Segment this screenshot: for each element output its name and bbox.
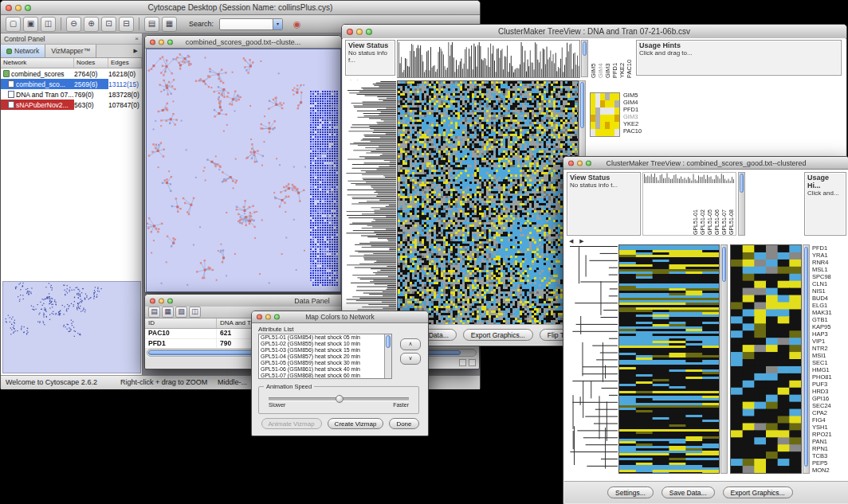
- attribute-list-item[interactable]: GPL51-06 (GSM861) heat shock 40 min: [259, 366, 391, 373]
- zoom-window-icon[interactable]: [586, 160, 591, 166]
- attribute-list-item[interactable]: GPL51-01 (GSM854) heat shock 05 min: [259, 334, 391, 341]
- column-dendrogram-canvas[interactable]: [643, 173, 736, 183]
- close-icon[interactable]: [257, 315, 262, 320]
- gene-label[interactable]: SPC98: [812, 273, 847, 280]
- zoom-selected-icon[interactable]: ⊟: [119, 17, 134, 32]
- slider-thumb[interactable]: [336, 395, 344, 403]
- attribute-list-item[interactable]: GPL51-02 (GSM855) heat shock 10 min: [259, 341, 391, 347]
- delete-attribute-icon[interactable]: ▧: [175, 307, 187, 318]
- vertical-scrollbar[interactable]: [738, 172, 745, 236]
- gene-label[interactable]: ELG1: [812, 302, 847, 309]
- row-dendrogram-canvas[interactable]: [567, 244, 618, 472]
- tab-vizmapper[interactable]: VizMapper™: [45, 45, 96, 57]
- gene-label[interactable]: MON2: [812, 467, 847, 474]
- gene-label[interactable]: BUD4: [812, 295, 847, 302]
- gene-label[interactable]: MSI1: [812, 352, 847, 359]
- zoom-fit-icon[interactable]: ⊡: [101, 17, 116, 32]
- column-header-nodes[interactable]: Nodes: [74, 58, 108, 68]
- gene-label[interactable]: NTR2: [812, 345, 847, 352]
- minimize-icon[interactable]: [159, 298, 164, 303]
- chevron-down-icon[interactable]: ▾: [273, 19, 282, 29]
- close-icon[interactable]: [347, 29, 353, 35]
- dialog-titlebar[interactable]: Map Colors to Network: [252, 311, 428, 323]
- annotation-icon[interactable]: ◉: [293, 19, 301, 29]
- save-session-icon[interactable]: ◫: [41, 17, 56, 32]
- vertical-scrollbar[interactable]: [720, 244, 728, 474]
- column-header-network[interactable]: Network: [1, 58, 74, 68]
- vertical-scrollbar[interactable]: [581, 40, 588, 77]
- network-list-item[interactable]: combined_scores2764(0)16218(0): [1, 68, 142, 79]
- new-session-icon[interactable]: ▢: [6, 17, 21, 32]
- gene-label[interactable]: PEP5: [812, 459, 847, 467]
- scrollbar-thumb[interactable]: [722, 247, 726, 282]
- column-header-id[interactable]: ID: [145, 318, 217, 328]
- network-overview-icon[interactable]: ▦: [162, 17, 177, 32]
- close-icon[interactable]: [150, 298, 155, 303]
- network-canvas[interactable]: [146, 49, 341, 292]
- import-attributes-icon[interactable]: ◫: [189, 307, 201, 318]
- minimize-icon[interactable]: [15, 5, 22, 11]
- save-data-button[interactable]: Save Data...: [662, 486, 715, 498]
- move-down-button[interactable]: ∨: [400, 353, 421, 365]
- network-overview-canvas[interactable]: [2, 281, 141, 373]
- gene-label[interactable]: YRA1: [812, 252, 847, 259]
- animate-vizmap-button[interactable]: Animate Vizmap: [261, 418, 322, 429]
- gene-label[interactable]: RPN1: [812, 445, 847, 452]
- attribute-list-item[interactable]: GPL51-05 (GSM859) heat shock 30 min: [259, 360, 391, 366]
- attribute-list-item[interactable]: GPL51-04 (GSM857) heat shock 20 min: [259, 354, 391, 360]
- zoom-heatmap-canvas[interactable]: [730, 244, 802, 474]
- minimize-icon[interactable]: [265, 315, 271, 320]
- tab-network[interactable]: Network: [1, 45, 45, 57]
- gene-label[interactable]: KAP95: [812, 323, 847, 330]
- network-list-item[interactable]: combined_sco...2569(6)13112(15): [1, 79, 142, 89]
- mini-heatmap-canvas[interactable]: [590, 92, 620, 137]
- zoom-out-icon[interactable]: ⊖: [66, 17, 81, 32]
- done-button[interactable]: Done: [389, 418, 418, 429]
- zoom-window-icon[interactable]: [274, 315, 280, 320]
- treeview2-titlebar[interactable]: ClusterMaker TreeView : combined_scores_…: [563, 157, 848, 170]
- zoom-window-icon[interactable]: [25, 5, 31, 11]
- gene-label[interactable]: SEC1: [812, 359, 847, 366]
- create-vizmap-button[interactable]: Create Vizmap: [328, 418, 384, 429]
- gene-label[interactable]: PUF3: [812, 381, 847, 388]
- nav-right-icon[interactable]: ▶: [579, 238, 586, 244]
- network-list-item[interactable]: DNA and Tran 07...769(0)183728(0): [1, 89, 142, 100]
- gene-label[interactable]: RNR4: [812, 259, 847, 266]
- gene-label[interactable]: TCB3: [812, 452, 847, 459]
- close-icon[interactable]: ×: [135, 35, 139, 42]
- gene-label[interactable]: RPO21: [812, 431, 847, 438]
- vertical-scrollbar[interactable]: [384, 334, 391, 378]
- minimize-icon[interactable]: [356, 29, 363, 35]
- gene-label[interactable]: HRD3: [812, 388, 847, 395]
- heatmap-canvas[interactable]: [397, 80, 579, 325]
- open-session-icon[interactable]: ▣: [23, 17, 38, 32]
- gene-label[interactable]: PHO81: [812, 373, 847, 381]
- search-combobox[interactable]: ▾: [219, 18, 283, 30]
- network-list-item[interactable]: sNAPuberNov2...563(0)107847(0): [1, 100, 142, 110]
- row-dendrogram-canvas[interactable]: [344, 80, 396, 323]
- settings-button[interactable]: Settings...: [607, 486, 654, 498]
- gene-label[interactable]: NIS1: [812, 287, 847, 295]
- minimize-icon[interactable]: [159, 39, 164, 45]
- gene-label[interactable]: SEC24: [812, 402, 847, 409]
- scrollbar-thumb[interactable]: [740, 174, 744, 193]
- panel-float-icon[interactable]: [469, 359, 476, 366]
- zoom-window-icon[interactable]: [167, 298, 173, 303]
- gene-label[interactable]: PFD1: [812, 244, 847, 252]
- attribute-list[interactable]: GPL51-01 (GSM854) heat shock 05 minGPL51…: [258, 334, 392, 379]
- zoom-in-icon[interactable]: ⊕: [84, 17, 99, 32]
- close-icon[interactable]: [568, 160, 574, 166]
- gene-label[interactable]: VIP1: [812, 338, 847, 345]
- select-attributes-icon[interactable]: ▤: [148, 307, 160, 318]
- main-titlebar[interactable]: Cytoscape Desktop (Session Name: collins…: [1, 1, 480, 15]
- export-graphics-button[interactable]: Export Graphics...: [723, 486, 793, 498]
- network-view-titlebar[interactable]: combined_scores_good.txt--cluste...: [145, 36, 341, 49]
- attribute-list-item[interactable]: GPL51-03 (GSM856) heat shock 15 min: [259, 347, 391, 354]
- gene-label[interactable]: GPI16: [812, 395, 847, 402]
- attribute-list-item[interactable]: GPL51-07 (GSM868) heat shock 60 min: [259, 373, 391, 379]
- heatmap-canvas[interactable]: [618, 244, 720, 474]
- scrollbar-thumb[interactable]: [804, 247, 808, 467]
- create-attribute-icon[interactable]: ▦: [162, 307, 174, 318]
- column-header-edges[interactable]: Edges: [108, 58, 142, 68]
- nav-left-icon[interactable]: ◀: [569, 238, 575, 244]
